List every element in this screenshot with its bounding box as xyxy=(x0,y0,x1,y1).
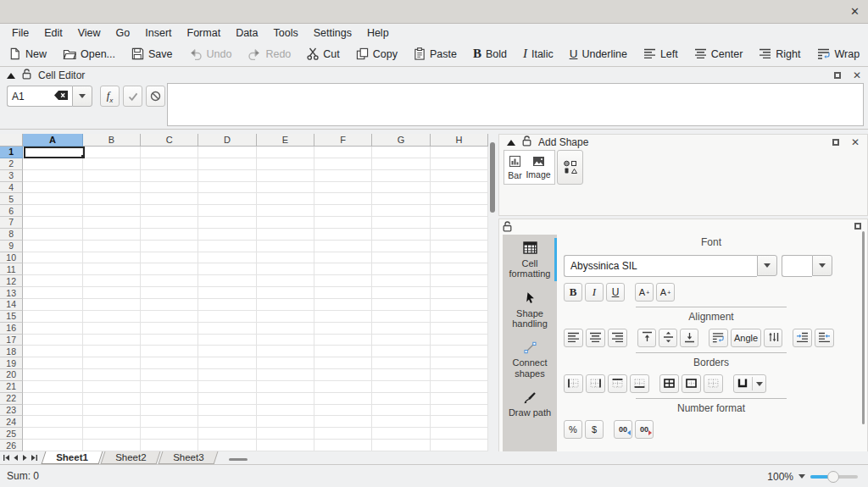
shapes-collection-button[interactable] xyxy=(557,150,583,185)
cell-F9[interactable] xyxy=(314,241,372,252)
cell-C21[interactable] xyxy=(141,381,198,393)
wrap-text-button[interactable] xyxy=(709,329,728,347)
cell-D6[interactable] xyxy=(198,205,256,217)
row-header-26[interactable]: 26 xyxy=(0,440,23,451)
cell-C25[interactable] xyxy=(141,428,198,440)
cell-A4[interactable] xyxy=(23,182,82,194)
cell-C14[interactable] xyxy=(141,299,198,311)
cell-G3[interactable] xyxy=(372,170,430,182)
cell-E11[interactable] xyxy=(257,263,314,275)
cell-G6[interactable] xyxy=(372,205,430,217)
cell-D18[interactable] xyxy=(198,346,256,357)
cell-A2[interactable] xyxy=(23,158,82,170)
cell-H21[interactable] xyxy=(431,381,488,393)
menu-edit[interactable]: Edit xyxy=(36,25,70,41)
toolbar-left-button[interactable]: Left xyxy=(643,48,678,60)
column-header-A[interactable]: A xyxy=(23,134,82,147)
cell-G2[interactable] xyxy=(372,158,430,170)
float-panel-icon[interactable] xyxy=(832,139,839,146)
cell-B8[interactable] xyxy=(83,229,141,241)
cell-H16[interactable] xyxy=(431,323,488,335)
cell-C18[interactable] xyxy=(141,346,198,357)
cell-G22[interactable] xyxy=(372,393,430,405)
toolbar-save-button[interactable]: Save xyxy=(131,47,173,60)
cell-B24[interactable] xyxy=(83,416,141,428)
row-header-25[interactable]: 25 xyxy=(0,428,23,440)
apply-button[interactable] xyxy=(123,86,142,107)
cell-C11[interactable] xyxy=(141,263,198,275)
cell-C19[interactable] xyxy=(141,357,198,369)
shrink-font-button[interactable]: A+ xyxy=(656,283,675,302)
cell-D1[interactable] xyxy=(198,147,256,158)
cell-E12[interactable] xyxy=(257,275,314,287)
cell-F12[interactable] xyxy=(314,275,372,287)
cell-H10[interactable] xyxy=(431,252,488,264)
cell-H26[interactable] xyxy=(431,440,488,451)
cell-G14[interactable] xyxy=(372,299,430,311)
cell-A7[interactable] xyxy=(23,217,82,229)
row-header-4[interactable]: 4 xyxy=(0,182,23,194)
cell-D7[interactable] xyxy=(198,217,256,229)
cell-B11[interactable] xyxy=(83,263,141,275)
cell-D10[interactable] xyxy=(198,252,256,264)
indent-decrease-button[interactable] xyxy=(815,329,834,347)
column-header-C[interactable]: C xyxy=(141,134,198,147)
cell-B5[interactable] xyxy=(83,193,141,205)
cell-G25[interactable] xyxy=(372,428,430,440)
cell-E2[interactable] xyxy=(257,158,314,170)
toolbar-wrap-button[interactable]: Wrap xyxy=(817,48,860,60)
cell-D13[interactable] xyxy=(198,287,256,299)
vertical-scrollbar[interactable] xyxy=(490,137,496,451)
cell-G19[interactable] xyxy=(372,357,430,369)
cell-E6[interactable] xyxy=(257,205,314,217)
menu-go[interactable]: Go xyxy=(108,25,138,41)
cell-A26[interactable] xyxy=(23,440,82,451)
font-family-combo[interactable]: Abyssinica SIL xyxy=(564,255,777,277)
cell-H18[interactable] xyxy=(431,346,488,357)
toolbar-italic-button[interactable]: IItalic xyxy=(523,47,554,61)
cell-H22[interactable] xyxy=(431,393,488,405)
cell-A16[interactable] xyxy=(23,323,82,335)
cell-F22[interactable] xyxy=(314,393,372,405)
cell-F7[interactable] xyxy=(314,217,372,229)
column-header-E[interactable]: E xyxy=(257,134,314,147)
cell-C12[interactable] xyxy=(141,275,198,287)
cell-C3[interactable] xyxy=(141,170,198,182)
cell-C15[interactable] xyxy=(141,311,198,323)
cell-C17[interactable] xyxy=(141,335,198,346)
cell-H5[interactable] xyxy=(431,193,488,205)
cell-E19[interactable] xyxy=(257,357,314,369)
cell-B17[interactable] xyxy=(83,335,141,346)
font-size-value[interactable] xyxy=(782,255,812,277)
cell-E17[interactable] xyxy=(257,335,314,346)
cell-B22[interactable] xyxy=(83,393,141,405)
cell-G5[interactable] xyxy=(372,193,430,205)
cell-C16[interactable] xyxy=(141,323,198,335)
cell-D24[interactable] xyxy=(198,416,256,428)
toolbar-open-button[interactable]: Open... xyxy=(63,48,115,60)
window-close-icon[interactable]: ✕ xyxy=(850,5,860,18)
cell-E10[interactable] xyxy=(257,252,314,264)
cell-G15[interactable] xyxy=(372,311,430,323)
cell-H24[interactable] xyxy=(431,416,488,428)
cell-F21[interactable] xyxy=(314,381,372,393)
cell-reference-dropdown[interactable] xyxy=(72,86,92,107)
cell-A20[interactable] xyxy=(23,369,82,381)
cell-E7[interactable] xyxy=(257,217,314,229)
cell-E5[interactable] xyxy=(257,193,314,205)
cell-F14[interactable] xyxy=(314,299,372,311)
row-header-24[interactable]: 24 xyxy=(0,416,23,428)
menu-settings[interactable]: Settings xyxy=(306,25,359,41)
cell-A6[interactable] xyxy=(23,205,82,217)
cell-E14[interactable] xyxy=(257,299,314,311)
cell-B7[interactable] xyxy=(83,217,141,229)
cell-E20[interactable] xyxy=(257,369,314,381)
cell-B15[interactable] xyxy=(83,311,141,323)
cell-D19[interactable] xyxy=(198,357,256,369)
cell-D26[interactable] xyxy=(198,440,256,451)
collapse-icon[interactable] xyxy=(507,140,515,146)
zoom-slider[interactable] xyxy=(810,471,858,483)
cell-G11[interactable] xyxy=(372,263,430,275)
lock-icon[interactable] xyxy=(503,221,512,235)
cell-G12[interactable] xyxy=(372,275,430,287)
